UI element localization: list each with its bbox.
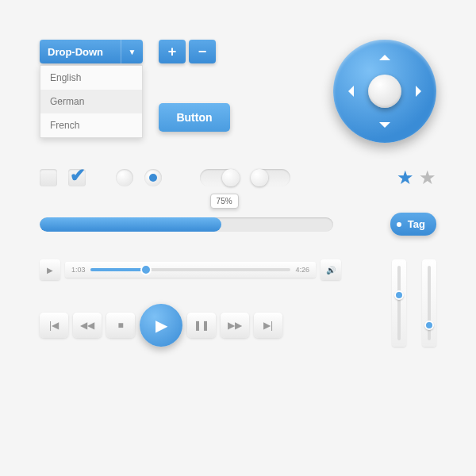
star-icon-empty[interactable]: ★: [419, 167, 436, 189]
dpad-left-icon[interactable]: [343, 86, 354, 97]
dpad-right-icon[interactable]: [416, 86, 427, 97]
toggle-knob: [222, 169, 240, 186]
primary-button[interactable]: Button: [159, 103, 230, 132]
slider-knob[interactable]: [424, 321, 434, 330]
dropdown-label: Drop-Down: [40, 46, 121, 58]
radio-unchecked[interactable]: [116, 169, 133, 186]
dpad-up-icon[interactable]: [379, 49, 390, 60]
vertical-slider-2[interactable]: [422, 259, 436, 347]
play-button[interactable]: ▶: [140, 304, 182, 347]
progress-bar[interactable]: 75%: [40, 217, 333, 232]
dpad-center-button[interactable]: [368, 75, 401, 108]
dropdown-button[interactable]: Drop-Down ▼: [40, 40, 143, 63]
forward-button[interactable]: ▶▶: [221, 313, 249, 338]
minus-button[interactable]: −: [189, 40, 216, 63]
progress-fill: [40, 217, 221, 232]
toggle-on[interactable]: [200, 169, 240, 186]
star-icon-filled[interactable]: ★: [397, 167, 414, 189]
dropdown-item-german[interactable]: German: [40, 90, 142, 113]
audio-scrubber[interactable]: [90, 268, 291, 271]
rewind-button[interactable]: ◀◀: [73, 313, 102, 338]
radio-checked[interactable]: [144, 169, 162, 186]
skip-forward-button[interactable]: ▶|: [254, 313, 282, 338]
chevron-down-icon[interactable]: ▼: [121, 40, 143, 63]
vertical-slider-1[interactable]: [392, 259, 406, 347]
checkbox-unchecked[interactable]: [40, 169, 57, 186]
pause-button[interactable]: ❚❚: [187, 313, 216, 338]
skip-back-button[interactable]: |◀: [40, 313, 68, 338]
stop-button[interactable]: ■: [106, 313, 135, 338]
audio-elapsed: 1:03: [71, 266, 86, 274]
checkbox-checked[interactable]: [68, 169, 86, 186]
dropdown[interactable]: Drop-Down ▼ English German French: [40, 40, 143, 138]
dpad: [333, 40, 436, 143]
audio-player: ▶ 1:03 4:26 🔊: [40, 259, 341, 280]
toggle-knob: [251, 169, 268, 186]
dropdown-list: English German French: [40, 65, 143, 138]
dropdown-item-english[interactable]: English: [40, 66, 142, 90]
audio-play-button[interactable]: ▶: [40, 259, 60, 280]
toggle-off[interactable]: [251, 169, 290, 186]
dropdown-item-french[interactable]: French: [40, 113, 142, 137]
tag-badge[interactable]: Tag: [390, 213, 436, 236]
dpad-down-icon[interactable]: [379, 122, 390, 133]
slider-knob[interactable]: [394, 290, 404, 300]
plus-button[interactable]: +: [159, 40, 186, 63]
volume-icon[interactable]: 🔊: [321, 259, 341, 280]
audio-track[interactable]: 1:03 4:26: [65, 262, 316, 278]
media-controls: |◀ ◀◀ ■ ▶ ❚❚ ▶▶ ▶|: [40, 304, 341, 347]
progress-tooltip: 75%: [210, 194, 239, 209]
audio-total: 4:26: [295, 266, 309, 274]
